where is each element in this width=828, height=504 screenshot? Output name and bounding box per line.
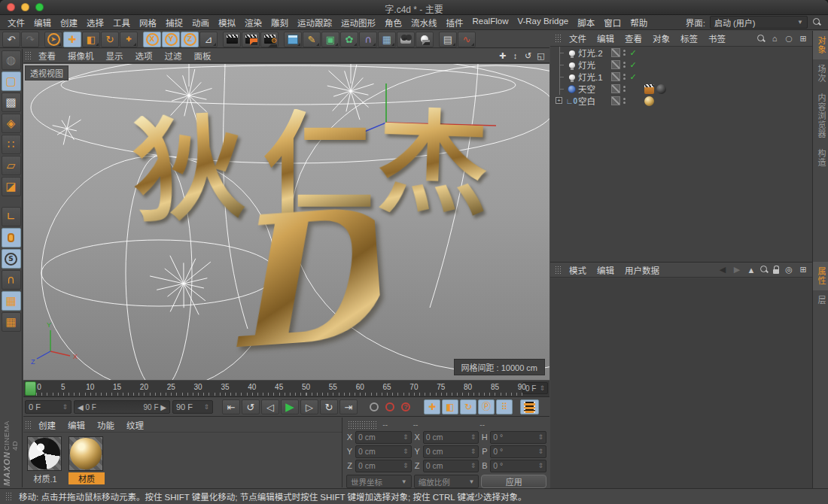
enabled-check-icon[interactable]: ✓ [628, 72, 638, 82]
material-label[interactable]: 材质.1 [27, 472, 63, 484]
material-menu-功能[interactable]: 功能 [91, 419, 120, 431]
spinner-icon[interactable]: ⇕ [403, 448, 409, 455]
om-menu-文件[interactable]: 文件 [564, 32, 592, 44]
coord-field-1-Y[interactable]: 0 cm⇕ [423, 445, 479, 458]
am-add-panel-icon[interactable]: ⊞ [797, 264, 809, 276]
am-menu-模式[interactable]: 模式 [564, 264, 592, 276]
last-used-tool-button[interactable]: ✚ [120, 32, 138, 47]
sky-object-icon[interactable] [565, 83, 578, 95]
coord-field-1-Z[interactable]: 0 cm⇕ [423, 460, 479, 472]
viewport-menu-显示[interactable]: 显示 [100, 50, 129, 62]
visibility-dots[interactable] [623, 62, 626, 68]
am-forward-icon[interactable]: ▶ [731, 264, 743, 276]
move-button[interactable]: ✚ [63, 32, 81, 47]
undo-button[interactable]: ↶ [2, 32, 20, 47]
record-rotation-toggle[interactable]: ↻ [460, 399, 476, 414]
am-back-icon[interactable]: ◀ [717, 264, 729, 276]
spinner-icon[interactable]: ⇕ [470, 463, 476, 469]
am-track-icon[interactable]: ◎ [783, 264, 795, 276]
coord-field-0-Z[interactable]: 0 cm⇕ [355, 460, 412, 472]
om-menu-标签[interactable]: 标签 [675, 32, 703, 44]
om-menu-书签[interactable]: 书签 [703, 32, 731, 44]
play-backward-button[interactable]: ↺ [242, 399, 260, 414]
gold-tag-icon[interactable] [644, 96, 654, 106]
record-keyframe-button[interactable] [367, 399, 382, 414]
render-picture-viewer-button[interactable] [242, 32, 260, 47]
object-row-灯光.2[interactable]: 灯光.2✓ [550, 47, 812, 59]
enabled-check-icon[interactable]: ✓ [628, 48, 638, 58]
lock-z-axis-button[interactable]: Z [181, 32, 199, 47]
am-lock-icon[interactable] [772, 265, 781, 275]
lock-x-axis-button[interactable]: X [143, 32, 161, 47]
record-scale-toggle[interactable]: ◧ [442, 399, 458, 414]
material-thumbnail[interactable] [27, 436, 62, 471]
polygons-mode-button[interactable]: ◪ [2, 177, 21, 196]
viewport-menu-选项[interactable]: 选项 [129, 50, 159, 62]
dark-tag-icon[interactable] [656, 84, 666, 94]
panel-tab-层[interactable]: 层 [813, 290, 828, 310]
expander-icon[interactable]: + [556, 97, 562, 104]
render-settings-button[interactable] [260, 32, 279, 47]
light-object-icon[interactable] [565, 71, 578, 83]
panel-grip[interactable] [348, 421, 378, 430]
script-console-button[interactable]: ▤ [439, 32, 457, 47]
lock-y-axis-button[interactable]: Y [162, 32, 180, 47]
workplane-mode-button[interactable]: ◈ [2, 114, 21, 133]
menu-雕刻[interactable]: 雕刻 [266, 17, 293, 29]
null-object-icon[interactable]: ∟0 [565, 95, 578, 107]
timeline-playhead[interactable] [25, 381, 36, 396]
coordinate-system-button[interactable]: ⊿ [199, 32, 218, 47]
menu-文件[interactable]: 文件 [3, 17, 29, 29]
interface-select[interactable]: 启动 (用户) ▼ [710, 16, 808, 29]
menu-创建[interactable]: 创建 [56, 17, 82, 29]
titlebar[interactable]: 字.c4d * - 主要 [0, 0, 828, 15]
material-thumbnail[interactable] [68, 436, 103, 471]
apply-button[interactable]: 应用 [481, 475, 546, 488]
viewport-zoom-icon[interactable]: ↕ [510, 50, 520, 61]
redo-button[interactable]: ↷ [21, 32, 39, 47]
viewport-menu-过滤[interactable]: 过滤 [159, 50, 188, 62]
viewport[interactable]: 透视视图 [23, 64, 549, 380]
om-menu-查看[interactable]: 查看 [619, 32, 647, 44]
panel-grip[interactable] [555, 266, 561, 275]
add-cube-button[interactable] [284, 32, 302, 47]
am-menu-编辑[interactable]: 编辑 [592, 264, 619, 276]
next-frame-button[interactable]: ▷ [300, 399, 318, 414]
panel-grip[interactable] [555, 34, 561, 43]
tweak-mode-button[interactable] [2, 228, 21, 247]
visibility-dots[interactable] [623, 74, 626, 80]
coord-field-0-Y[interactable]: 0 cm⇕ [355, 445, 412, 458]
panel-tab-内容浏览器[interactable]: 内容浏览器 [813, 88, 828, 144]
om-search-icon[interactable] [756, 34, 766, 44]
material-menu-编辑[interactable]: 编辑 [62, 419, 91, 431]
rotate-button[interactable]: ↻ [101, 32, 119, 47]
magnet-snap-button[interactable]: ∪ [2, 270, 21, 290]
workplane-rotate-button[interactable]: ▦ [2, 312, 21, 332]
menu-渲染[interactable]: 渲染 [240, 17, 266, 29]
spinner-icon[interactable]: ⇕ [539, 385, 545, 392]
model-mode-button[interactable]: ▢ [2, 71, 21, 91]
object-name[interactable]: 灯光 [578, 59, 611, 71]
menu-运动图形[interactable]: 运动图形 [336, 17, 380, 29]
panel-grip[interactable] [5, 492, 11, 501]
menu-V-Ray Bridge[interactable]: V-Ray Bridge [513, 17, 573, 29]
menu-模拟[interactable]: 模拟 [214, 17, 240, 29]
end-frame-field[interactable]: 90 F⇕ [172, 400, 213, 414]
viewport-menu-查看[interactable]: 查看 [32, 50, 62, 62]
spinner-icon[interactable]: ⇕ [537, 463, 543, 469]
texture-mode-button[interactable]: ▩ [2, 93, 21, 112]
goto-start-button[interactable]: ⇤ [222, 399, 240, 414]
spinner-icon[interactable]: ⇕ [537, 448, 543, 455]
menu-选择[interactable]: 选择 [82, 17, 108, 29]
current-frame-field[interactable]: 0 F ⇕ [522, 382, 548, 394]
clap-tag-icon[interactable] [644, 84, 654, 94]
floor-environment-button[interactable]: ▦ [378, 32, 396, 47]
points-mode-button[interactable]: ∷ [2, 135, 21, 154]
enable-axis-button[interactable]: ∟ [2, 207, 21, 226]
timeline-ruler[interactable]: 0 F ⇕ 0510152025303540455055606570758085… [23, 381, 549, 397]
menu-捕捉[interactable]: 捕捉 [161, 17, 187, 29]
viewport-menu-面板[interactable]: 面板 [188, 50, 218, 62]
playback-settings-button[interactable] [520, 399, 539, 414]
om-filter-icon[interactable]: ◯ [783, 32, 795, 44]
am-menu-用户数据[interactable]: 用户数据 [619, 264, 665, 276]
